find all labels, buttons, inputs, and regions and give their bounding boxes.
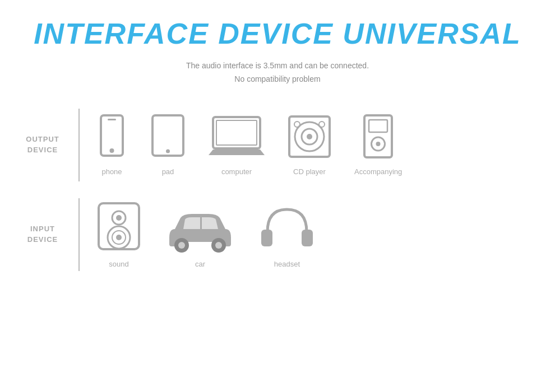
device-computer: computer xyxy=(209,114,265,176)
device-phone: phone xyxy=(96,114,127,176)
subtitle: The audio interface is 3.5mm and can be … xyxy=(186,59,369,86)
svg-point-12 xyxy=(294,122,300,127)
headset-label: headset xyxy=(274,260,300,268)
svg-point-11 xyxy=(307,134,312,139)
svg-rect-1 xyxy=(108,119,116,120)
output-section: OUTPUT DEVICE phone pad xyxy=(11,109,544,181)
cdplayer-label: CD player xyxy=(293,167,326,176)
accompanying-icon xyxy=(360,114,396,162)
input-divider xyxy=(78,198,80,271)
headset-icon xyxy=(259,204,315,254)
subtitle-line1: The audio interface is 3.5mm and can be … xyxy=(186,61,369,70)
accompanying-label: Accompanying xyxy=(354,167,402,176)
sound-label: sound xyxy=(109,260,128,268)
svg-point-17 xyxy=(376,142,381,146)
device-sound: sound xyxy=(96,201,141,268)
svg-rect-5 xyxy=(213,117,260,148)
device-accompanying: Accompanying xyxy=(354,114,402,176)
car-label: car xyxy=(195,260,205,268)
svg-rect-15 xyxy=(369,120,387,132)
output-devices: phone pad computer xyxy=(96,114,402,176)
phone-icon xyxy=(96,114,127,162)
svg-point-27 xyxy=(215,242,222,249)
device-headset: headset xyxy=(259,204,315,268)
pad-icon xyxy=(150,114,186,162)
svg-rect-28 xyxy=(261,230,272,246)
svg-point-4 xyxy=(166,149,170,153)
page: INTERFACE DEVICE UNIVERSAL The audio int… xyxy=(0,0,555,392)
svg-marker-7 xyxy=(209,150,265,155)
car-icon xyxy=(164,209,237,254)
svg-point-20 xyxy=(116,215,122,221)
subtitle-line2: No compatibility problem xyxy=(234,74,320,83)
output-label: OUTPUT DEVICE xyxy=(11,134,78,155)
input-section: INPUT DEVICE sound xyxy=(11,198,544,271)
svg-point-2 xyxy=(110,148,114,153)
svg-point-25 xyxy=(178,242,185,249)
svg-point-13 xyxy=(319,122,325,127)
computer-icon xyxy=(209,114,265,162)
svg-rect-6 xyxy=(216,120,257,145)
input-devices: sound car xyxy=(96,201,315,268)
pad-label: pad xyxy=(162,167,174,176)
svg-point-23 xyxy=(116,235,122,240)
svg-rect-29 xyxy=(302,230,313,246)
input-label: INPUT DEVICE xyxy=(11,224,78,244)
device-cdplayer: CD player xyxy=(287,114,332,176)
output-divider xyxy=(78,109,80,181)
device-car: car xyxy=(164,209,237,268)
cdplayer-icon xyxy=(287,114,332,162)
phone-label: phone xyxy=(101,167,122,176)
computer-label: computer xyxy=(221,167,252,176)
main-title: INTERFACE DEVICE UNIVERSAL xyxy=(34,17,521,50)
sound-icon xyxy=(96,201,141,254)
device-pad: pad xyxy=(150,114,186,176)
